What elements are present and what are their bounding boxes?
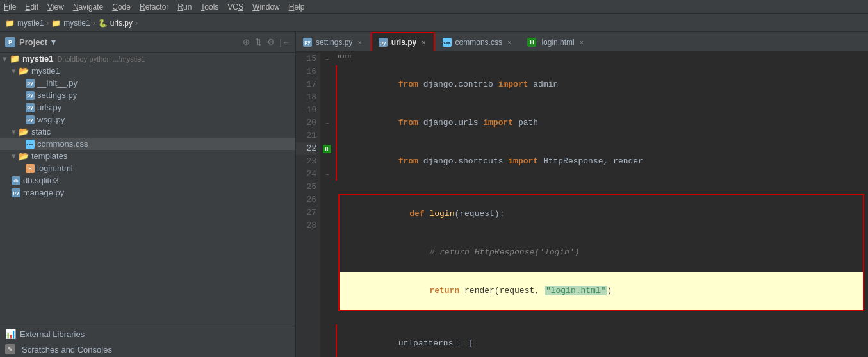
breadcrumb-folder-icon: 📁	[5, 19, 15, 28]
mystie1-folder-icon: 📂	[19, 66, 29, 76]
login-html-label: login.html	[37, 163, 73, 173]
tree-item-init[interactable]: py __init__.py	[0, 77, 295, 89]
line-20-text: def login(request):	[340, 195, 504, 233]
menu-navigate[interactable]: Navigate	[73, 3, 103, 12]
tree-item-db[interactable]: db db.sqlite3	[0, 174, 295, 187]
code-line-19	[337, 181, 865, 194]
project-dropdown-icon[interactable]: ▾	[51, 37, 56, 47]
breadcrumb-sub[interactable]: mystie1	[63, 19, 90, 28]
tree-item-root[interactable]: 📁 mystie1 D:\oldboy-python-...\mystie1	[0, 53, 295, 65]
tree-item-settings-py[interactable]: py settings.py	[0, 89, 295, 101]
scratch-icon: ✎	[5, 344, 15, 354]
menu-vcs[interactable]: VCS	[227, 3, 243, 12]
gutter: – – H –	[320, 53, 334, 357]
tree-item-urls-py[interactable]: py urls.py	[0, 101, 295, 113]
breadcrumb-file[interactable]: urls.py	[110, 19, 133, 28]
tree-item-templates[interactable]: 📂 templates	[0, 150, 295, 162]
settings-icon[interactable]: ⚙	[267, 37, 275, 47]
code-line-20: def login(request):	[340, 195, 863, 233]
settings-tab-close[interactable]: ×	[356, 38, 363, 46]
tab-login-html[interactable]: H login.html ×	[520, 32, 592, 51]
static-arrow	[12, 127, 16, 137]
line-15-text: """	[337, 53, 352, 65]
wsgi-py-label: wsgi.py	[37, 115, 65, 124]
code-line-23	[337, 311, 865, 324]
code-line-15: """	[337, 53, 865, 65]
init-label: __init__.py	[37, 78, 78, 88]
ext-lib-label: External Libraries	[20, 329, 85, 339]
scratches-consoles-item[interactable]: ✎ Scratches and Consoles	[0, 342, 295, 357]
static-label: static	[31, 127, 51, 137]
menu-file[interactable]: File	[4, 3, 16, 12]
line-22-text: return render(request, "login.html")	[340, 272, 612, 310]
tree-item-static[interactable]: 📂 static	[0, 126, 295, 138]
init-icon: py	[26, 79, 35, 88]
urls-py-label: urls.py	[37, 103, 61, 112]
line-19-text	[337, 181, 342, 194]
code-line-18: from django.shortcuts import HttpRespons…	[336, 142, 865, 181]
login-tab-label: login.html	[541, 38, 574, 47]
tab-bar: py settings.py × py urls.py × css common…	[296, 32, 868, 53]
code-area[interactable]: 15 16 17 18 19 20 21 22 23 24 25 26 27 2…	[296, 53, 868, 357]
line-17-text: from django.urls import path	[338, 104, 538, 142]
code-content[interactable]: """ from django.contrib import admin fro…	[334, 53, 868, 357]
menu-window[interactable]: Window	[252, 3, 280, 12]
line-21-text: # return HttpResponse('login')	[340, 233, 579, 272]
settings-py-label: settings.py	[37, 90, 77, 100]
breadcrumb-sep1: ›	[46, 19, 49, 28]
ext-lib-icon: 📊	[5, 329, 16, 339]
breadcrumb-root[interactable]: mystie1	[17, 19, 44, 28]
project-icon: P	[5, 37, 15, 47]
breadcrumb: 📁 mystie1 › 📁 mystie1 › 🐍 urls.py ›	[0, 14, 868, 32]
menu-refactor[interactable]: Refactor	[140, 3, 168, 12]
templates-label: templates	[31, 151, 67, 161]
sidebar: P Project ▾ ⊕ ⇅ ⚙ |← 📁 mystie1 D:\oldboy…	[0, 32, 296, 357]
fold-24[interactable]: –	[325, 171, 329, 178]
root-arrow	[3, 54, 7, 63]
line-numbers: 15 16 17 18 19 20 21 22 23 24 25 26 27 2…	[296, 53, 320, 357]
templates-arrow	[12, 151, 16, 161]
breadcrumb-file-icon: 🐍	[98, 19, 108, 28]
tree-item-mystie1[interactable]: 📂 mystie1	[0, 65, 295, 77]
code-line-21: # return HttpResponse('login')	[340, 233, 863, 272]
tree-item-manage-py[interactable]: py manage.py	[0, 187, 295, 199]
external-libraries-item[interactable]: 📊 External Libraries	[0, 326, 295, 342]
line-24-text: urlpatterns = [	[338, 324, 473, 357]
tab-settings-py[interactable]: py settings.py ×	[296, 32, 370, 51]
fold-15[interactable]: –	[325, 56, 329, 63]
static-folder-icon: 📂	[19, 127, 29, 137]
mystie1-arrow	[12, 66, 16, 76]
urls-tab-label: urls.py	[391, 38, 416, 47]
tree-item-commons-css[interactable]: css commons.css	[0, 138, 295, 150]
tree-item-login-html[interactable]: H login.html	[0, 162, 295, 174]
html-icon: H	[26, 164, 35, 173]
menu-edit[interactable]: Edit	[25, 3, 38, 12]
root-path: D:\oldboy-python-...\mystie1	[57, 55, 145, 63]
tab-commons-css[interactable]: css commons.css ×	[436, 32, 520, 51]
urls-tab-icon: py	[379, 38, 388, 47]
sidebar-title: Project	[19, 37, 47, 47]
menu-code[interactable]: Code	[112, 3, 131, 12]
urls-tab-close[interactable]: ×	[420, 38, 427, 46]
menu-help[interactable]: Help	[289, 3, 305, 12]
login-tab-close[interactable]: ×	[578, 38, 585, 46]
menu-run[interactable]: Run	[177, 3, 192, 12]
menu-bar: File Edit View Navigate Code Refactor Ru…	[0, 0, 868, 14]
tree-item-wsgi-py[interactable]: py wsgi.py	[0, 113, 295, 126]
tab-urls-py[interactable]: py urls.py ×	[371, 32, 435, 51]
sync-icon[interactable]: ⊕	[243, 37, 250, 47]
root-label: mystie1	[22, 54, 53, 63]
scroll-icon[interactable]: ⇅	[255, 37, 262, 47]
menu-view[interactable]: View	[47, 3, 64, 12]
settings-tab-icon: py	[303, 38, 312, 47]
breadcrumb-folder-icon2: 📁	[51, 19, 61, 28]
code-line-16: from django.contrib import admin	[336, 65, 865, 104]
sidebar-tree: 📁 mystie1 D:\oldboy-python-...\mystie1 📂…	[0, 53, 295, 326]
breadcrumb-sep3: ›	[135, 19, 138, 28]
menu-tools[interactable]: Tools	[201, 3, 218, 12]
settings-py-icon: py	[26, 91, 35, 100]
fold-20[interactable]: –	[325, 120, 329, 127]
commons-tab-close[interactable]: ×	[506, 38, 512, 46]
expand-icon[interactable]: |←	[280, 37, 290, 47]
mystie1-label: mystie1	[31, 66, 60, 76]
